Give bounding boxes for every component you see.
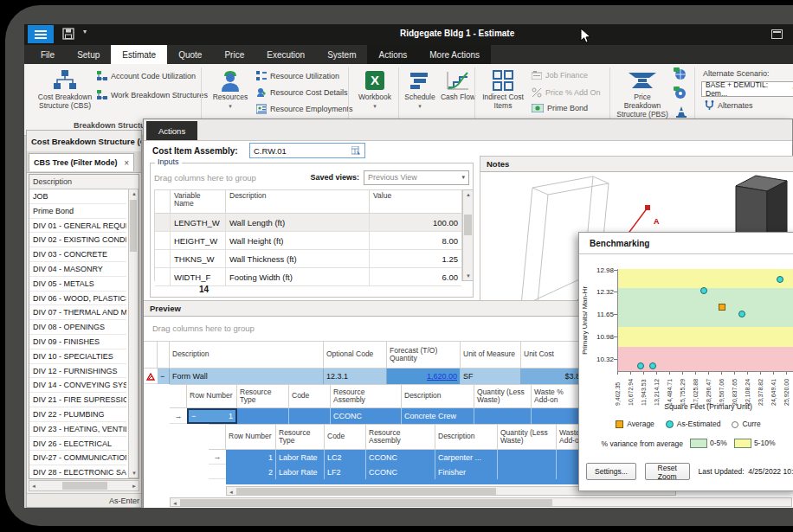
column-code[interactable]: Code — [289, 384, 331, 408]
maximize-button[interactable] — [771, 29, 783, 39]
cbs-tree-row[interactable]: DIV 22 - PLUMBING — [29, 407, 126, 422]
resource-utilization-button[interactable]: Resource Utilization — [256, 71, 339, 81]
cbs-tree-row[interactable]: DIV 12 - FURNISHINGS — [29, 364, 126, 379]
column-optional-code[interactable]: Optional Code — [324, 341, 387, 369]
cbs-column-header[interactable]: Description — [29, 175, 139, 189]
scroll-up-icon[interactable]: ▲ — [466, 192, 471, 197]
cbs-tree-row[interactable]: DIV 09 - FINISHES — [29, 335, 126, 349]
menu-tab-execution[interactable]: Execution — [255, 45, 316, 64]
menu-tab-more-actions[interactable]: More Actions — [418, 45, 491, 64]
scroll-down-icon[interactable]: ▼ — [466, 273, 471, 279]
preview-group-drop-zone[interactable]: Drag columns here to group — [152, 324, 255, 333]
column-description[interactable]: Description — [226, 190, 370, 213]
menu-tab-actions[interactable]: Actions — [367, 45, 418, 64]
cbs-tree-row[interactable]: DIV 14 - CONVEYING SYSTEMS — [29, 378, 126, 393]
resource-employments-button[interactable]: Resource Employments — [256, 104, 353, 114]
cbs-button[interactable]: Cost Breakdown Structure (CBS) — [36, 67, 93, 111]
settings-button[interactable]: Settings... — [586, 463, 636, 480]
column-description[interactable]: Description — [402, 384, 474, 408]
inputs-table-row[interactable]: LENGTH_WWall Length (ft)100.00 — [155, 214, 461, 232]
pbs-button[interactable]: Price Breakdown Structure (PBS) — [615, 67, 670, 119]
actions-tab[interactable]: Actions — [146, 121, 197, 140]
column-unit-cost[interactable]: Unit Cost — [521, 341, 583, 369]
chevron-down-icon[interactable]: ▾ — [83, 28, 87, 35]
schedule-button[interactable]: Schedule ▾ — [402, 67, 438, 110]
chart-plot-area[interactable] — [617, 269, 793, 372]
inputs-table-row[interactable]: HEIGHT_WWall Height (ft)8.00 — [155, 232, 461, 250]
scroll-left-icon[interactable]: ◄ — [172, 501, 177, 506]
cbs-tree-row[interactable]: DIV 08 - OPENINGS — [29, 320, 126, 335]
prime-bond-button[interactable]: Prime Bond — [532, 104, 588, 112]
cbs-tree-row[interactable]: DIV 04 - MASONRY — [29, 262, 126, 277]
cbs-tree-row[interactable]: DIV 02 - EXISTING CONDITI... — [29, 233, 126, 247]
cbs-horizontal-scrollbar[interactable]: ◄ ► — [29, 480, 139, 491]
column-resource-type[interactable]: Resource Type — [276, 424, 325, 450]
scroll-left-icon[interactable]: ◄ — [31, 484, 36, 489]
scroll-thumb[interactable] — [180, 499, 552, 506]
collapse-icon[interactable]: − — [158, 369, 170, 384]
column-uom[interactable]: Unit of Measure — [461, 341, 521, 369]
menu-tab-price[interactable]: Price — [213, 45, 255, 64]
alternates-button[interactable]: Alternates — [705, 100, 753, 111]
assembly-picker-icon[interactable] — [351, 146, 361, 156]
scroll-up-icon[interactable]: ▲ — [132, 191, 137, 196]
column-quantity[interactable]: Quantity (Less Waste) — [498, 424, 557, 450]
indirect-cost-items-button[interactable]: Indirect Cost Items — [480, 67, 526, 111]
inputs-table-row[interactable]: THKNS_WWall Thickness (ft)1.25 — [155, 250, 461, 268]
cbs-tree-row[interactable]: DIV 03 - CONCRETE — [29, 247, 126, 262]
scroll-down-icon[interactable]: ▼ — [132, 471, 137, 476]
column-code[interactable]: Code — [325, 424, 366, 450]
menu-tab-estimate[interactable]: Estimate — [111, 45, 167, 64]
column-description[interactable]: Description — [435, 424, 498, 450]
collapse-icon[interactable]: − — [191, 412, 196, 420]
resource-cost-details-button[interactable]: Resource Cost Details — [256, 87, 348, 98]
resources-button[interactable]: Resources ▾ — [208, 67, 253, 110]
cbs-tree-row[interactable]: DIV 07 - THERMAL AND MOI... — [29, 305, 126, 320]
column-quantity[interactable]: Quantity (Less Waste) — [474, 384, 532, 408]
column-forecast-qty[interactable]: Forecast (T/O) Quantity — [387, 341, 461, 369]
inputs-vertical-scrollbar[interactable]: ▲ ▼ — [462, 189, 474, 281]
close-icon[interactable]: × — [124, 158, 129, 168]
scroll-left-icon[interactable]: ◄ — [229, 490, 234, 495]
column-resource-assembly[interactable]: Resource Assembly — [366, 424, 435, 450]
resource-rates-button[interactable] — [675, 106, 687, 118]
cbs-tree-row[interactable]: DIV 05 - METALS — [29, 277, 126, 292]
cbs-tree-row[interactable]: DIV 01 - GENERAL REQUIRE... — [29, 219, 126, 234]
cbs-tree-row[interactable]: DIV 21 - FIRE SUPRESSION — [29, 393, 126, 407]
hamburger-menu-button[interactable] — [28, 25, 54, 43]
save-icon[interactable] — [62, 28, 74, 40]
inputs-table-row[interactable]: WIDTH_FFooting Width (ft)6.00 — [155, 268, 461, 286]
cbs-tree-row[interactable]: JOB — [29, 189, 126, 204]
preview-horizontal-scrollbar[interactable]: ◄ — [170, 497, 792, 507]
column-waste[interactable]: Waste % Add-on — [532, 384, 580, 408]
column-resource-assembly[interactable]: Resource Assembly — [331, 384, 402, 408]
menu-tab-system[interactable]: System — [316, 45, 367, 64]
cbs-tree-row[interactable]: DIV 06 - WOOD, PLASTICS a... — [29, 292, 126, 306]
menu-tab-file[interactable]: File — [29, 45, 66, 64]
job-finance-button[interactable]: Job Finance — [532, 71, 588, 80]
scroll-thumb[interactable] — [236, 488, 496, 495]
workbook-button[interactable]: X Workbook ▾ — [353, 67, 396, 110]
cbs-tree-row[interactable]: DIV 23 - HEATING, VENTILA... — [29, 422, 126, 437]
cbs-tree-row[interactable]: DIV 26 - ELECTRICAL — [29, 437, 126, 452]
forecast-qty-link[interactable]: 1,620.00 — [427, 372, 457, 381]
cbs-tree-tab[interactable]: CBS Tree (Filter Mode) × — [29, 153, 134, 171]
cbs-tree-row[interactable]: DIV 10 - SPECIALTIES — [29, 349, 126, 364]
column-row-number[interactable]: Row Number — [187, 384, 237, 408]
scroll-right-icon[interactable]: ► — [132, 484, 137, 489]
cbs-vertical-scrollbar[interactable]: ▲ ▼ — [128, 189, 139, 478]
column-resource-type[interactable]: Resource Type — [237, 384, 289, 408]
column-value[interactable]: Value — [370, 190, 461, 213]
saved-views-dropdown[interactable]: Previous View ▾ — [364, 170, 469, 185]
cost-item-assembly-input[interactable]: C.RW.01 — [249, 143, 365, 158]
price-add-on-button[interactable]: Price % Add On — [532, 87, 601, 98]
menu-tab-setup[interactable]: Setup — [66, 45, 111, 64]
cash-flow-button[interactable]: Cash Flow — [440, 67, 476, 102]
work-breakdown-structures-button[interactable]: Work Breakdown Structures — [97, 90, 208, 100]
column-description[interactable]: Description — [170, 341, 324, 369]
menu-tab-quote[interactable]: Quote — [167, 45, 213, 64]
column-row-number[interactable]: Row Number — [226, 424, 276, 450]
column-variable-name[interactable]: Variable Name — [171, 190, 226, 213]
reset-zoom-button[interactable]: Reset Zoom — [645, 463, 690, 480]
currency-settings-button[interactable] — [674, 87, 687, 99]
